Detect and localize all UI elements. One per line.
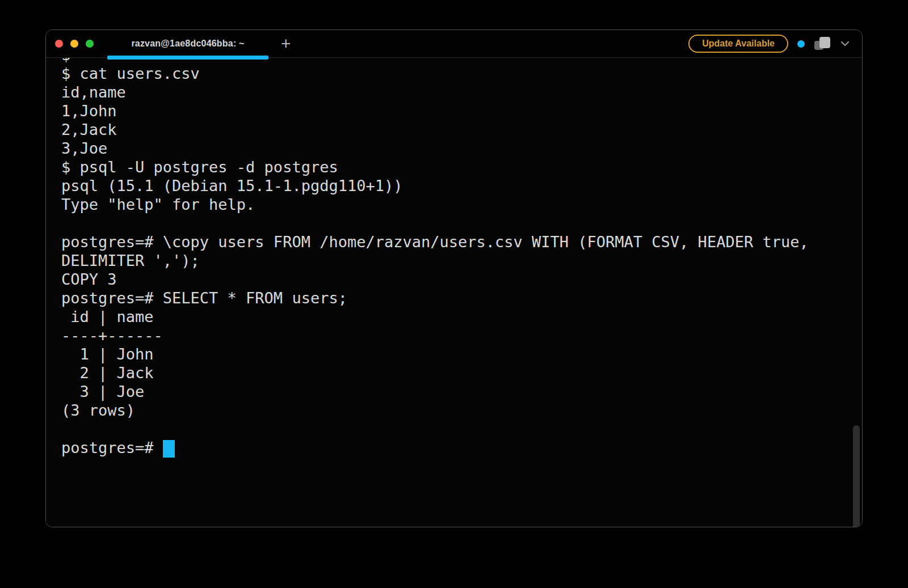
status-dot-icon <box>797 40 805 48</box>
tab-bar: razvan@1ae8dc046bba: ~ + Update Availabl… <box>46 30 862 58</box>
maximize-button[interactable] <box>86 40 94 48</box>
windows-stack-icon[interactable] <box>814 36 831 51</box>
titlebar-right-controls: Update Available <box>688 35 850 53</box>
update-available-button[interactable]: Update Available <box>688 35 788 53</box>
terminal-content[interactable]: $ $ cat users.csv id,name 1,John 2,Jack … <box>46 58 862 527</box>
tab-title: razvan@1ae8dc046bba: ~ <box>131 39 244 49</box>
close-button[interactable] <box>55 40 63 48</box>
terminal-cursor <box>163 440 175 458</box>
terminal-window: razvan@1ae8dc046bba: ~ + Update Availabl… <box>45 29 863 527</box>
minimize-button[interactable] <box>70 40 78 48</box>
terminal-output: $ $ cat users.csv id,name 1,John 2,Jack … <box>61 58 847 420</box>
chevron-down-icon[interactable] <box>840 41 850 47</box>
prompt-line: postgres=# <box>61 438 847 457</box>
window-controls <box>55 40 94 48</box>
scrollbar-thumb[interactable] <box>853 425 860 527</box>
prompt-text: postgres=# <box>61 439 163 456</box>
tab-active[interactable]: razvan@1ae8dc046bba: ~ <box>107 30 268 57</box>
new-tab-button[interactable]: + <box>279 35 293 52</box>
